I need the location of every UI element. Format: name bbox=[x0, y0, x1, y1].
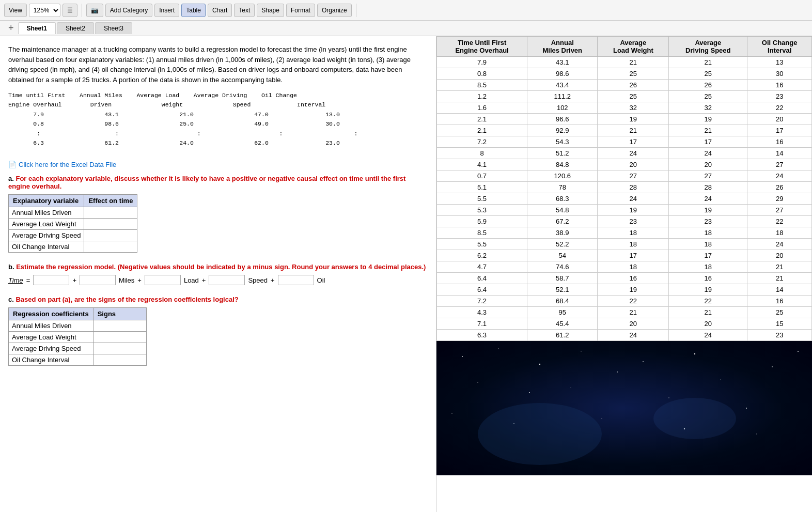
spreadsheet-cell[interactable]: 16 bbox=[598, 273, 669, 284]
spreadsheet-cell[interactable]: 19 bbox=[598, 205, 669, 216]
format-button[interactable]: Format bbox=[286, 4, 315, 17]
spreadsheet-cell[interactable]: 19 bbox=[598, 114, 669, 125]
intercept-input[interactable] bbox=[33, 275, 69, 285]
sheet-tab-1[interactable]: Sheet1 bbox=[18, 22, 56, 34]
spreadsheet-cell[interactable]: 4.3 bbox=[437, 307, 527, 318]
spreadsheet-cell[interactable]: 43.1 bbox=[527, 57, 598, 68]
spreadsheet-cell[interactable]: 19 bbox=[669, 114, 747, 125]
spreadsheet-cell[interactable]: 19 bbox=[598, 284, 669, 296]
spreadsheet-cell[interactable]: 16 bbox=[747, 136, 812, 148]
effect-input-cell[interactable] bbox=[84, 219, 137, 230]
organize-button[interactable]: Organize bbox=[317, 4, 352, 17]
spreadsheet-cell[interactable]: 2.1 bbox=[437, 114, 527, 125]
spreadsheet-cell[interactable]: 52.1 bbox=[527, 284, 598, 296]
effect-input[interactable] bbox=[87, 243, 134, 251]
spreadsheet-cell[interactable]: 22 bbox=[747, 102, 812, 114]
spreadsheet-cell[interactable]: 5.1 bbox=[437, 182, 527, 193]
spreadsheet-cell[interactable]: 111.2 bbox=[527, 91, 598, 102]
spreadsheet-cell[interactable]: 54.8 bbox=[527, 205, 598, 216]
spreadsheet-cell[interactable]: 27 bbox=[747, 205, 812, 216]
spreadsheet-cell[interactable]: 26 bbox=[669, 80, 747, 91]
sign-input-cell[interactable] bbox=[93, 343, 146, 354]
spreadsheet-cell[interactable]: 21 bbox=[669, 125, 747, 136]
excel-link[interactable]: 📄 Click here for the Excel Data File bbox=[8, 161, 428, 168]
sign-input[interactable] bbox=[97, 322, 143, 330]
spreadsheet-cell[interactable]: 21 bbox=[598, 57, 669, 68]
spreadsheet-cell[interactable]: 84.8 bbox=[527, 159, 598, 170]
spreadsheet-cell[interactable]: 19 bbox=[669, 205, 747, 216]
spreadsheet-cell[interactable]: 24 bbox=[598, 193, 669, 205]
spreadsheet-cell[interactable]: 13 bbox=[747, 57, 812, 68]
spreadsheet-cell[interactable]: 24 bbox=[669, 193, 747, 205]
spreadsheet-cell[interactable]: 61.2 bbox=[527, 330, 598, 341]
list-view-button[interactable]: ☰ bbox=[63, 4, 77, 17]
shape-button[interactable]: Shape bbox=[257, 4, 284, 17]
spreadsheet-cell[interactable]: 18 bbox=[669, 239, 747, 250]
spreadsheet-cell[interactable]: 15 bbox=[747, 318, 812, 330]
spreadsheet-cell[interactable]: 96.6 bbox=[527, 114, 598, 125]
spreadsheet-cell[interactable]: 22 bbox=[669, 296, 747, 307]
spreadsheet-cell[interactable]: 54 bbox=[527, 250, 598, 261]
spreadsheet-cell[interactable]: 21 bbox=[598, 125, 669, 136]
spreadsheet-cell[interactable]: 8.5 bbox=[437, 227, 527, 239]
spreadsheet-cell[interactable]: 78 bbox=[527, 182, 598, 193]
spreadsheet-cell[interactable]: 23 bbox=[747, 330, 812, 341]
spreadsheet-cell[interactable]: 23 bbox=[598, 216, 669, 227]
spreadsheet-cell[interactable]: 0.8 bbox=[437, 68, 527, 80]
table-button[interactable]: Table bbox=[181, 4, 206, 17]
add-sheet-button[interactable]: + bbox=[4, 23, 18, 34]
add-category-button[interactable]: Add Category bbox=[105, 4, 152, 17]
load-coef-input[interactable] bbox=[145, 275, 181, 285]
spreadsheet-cell[interactable]: 14 bbox=[747, 148, 812, 159]
spreadsheet-cell[interactable]: 5.5 bbox=[437, 193, 527, 205]
spreadsheet-cell[interactable]: 27 bbox=[669, 170, 747, 182]
spreadsheet-cell[interactable]: 18 bbox=[747, 227, 812, 239]
spreadsheet-cell[interactable]: 30 bbox=[747, 68, 812, 80]
spreadsheet-cell[interactable]: 6.2 bbox=[437, 250, 527, 261]
spreadsheet-cell[interactable]: 17 bbox=[669, 136, 747, 148]
spreadsheet-cell[interactable]: 98.6 bbox=[527, 68, 598, 80]
spreadsheet-cell[interactable]: 23 bbox=[669, 216, 747, 227]
spreadsheet-cell[interactable]: 95 bbox=[527, 307, 598, 318]
spreadsheet-cell[interactable]: 1.6 bbox=[437, 102, 527, 114]
spreadsheet-cell[interactable]: 38.9 bbox=[527, 227, 598, 239]
zoom-select[interactable]: 125% 100% 150% bbox=[29, 4, 60, 17]
spreadsheet-cell[interactable]: 18 bbox=[669, 261, 747, 273]
sign-input-cell[interactable] bbox=[93, 354, 146, 366]
spreadsheet-cell[interactable]: 21 bbox=[747, 273, 812, 284]
spreadsheet-cell[interactable]: 21 bbox=[747, 261, 812, 273]
spreadsheet-cell[interactable]: 20 bbox=[747, 250, 812, 261]
spreadsheet-cell[interactable]: 51.2 bbox=[527, 148, 598, 159]
spreadsheet-cell[interactable]: 25 bbox=[669, 91, 747, 102]
spreadsheet-cell[interactable]: 5.9 bbox=[437, 216, 527, 227]
spreadsheet-cell[interactable]: 16 bbox=[747, 296, 812, 307]
spreadsheet-cell[interactable]: 32 bbox=[669, 102, 747, 114]
spreadsheet-cell[interactable]: 120.6 bbox=[527, 170, 598, 182]
spreadsheet-cell[interactable]: 92.9 bbox=[527, 125, 598, 136]
spreadsheet-cell[interactable]: 14 bbox=[747, 284, 812, 296]
spreadsheet-cell[interactable]: 5.3 bbox=[437, 205, 527, 216]
spreadsheet-cell[interactable]: 18 bbox=[669, 227, 747, 239]
spreadsheet-cell[interactable]: 24 bbox=[598, 330, 669, 341]
spreadsheet-cell[interactable]: 21 bbox=[598, 307, 669, 318]
spreadsheet-cell[interactable]: 24 bbox=[598, 148, 669, 159]
spreadsheet-cell[interactable]: 17 bbox=[747, 125, 812, 136]
spreadsheet-cell[interactable]: 20 bbox=[669, 159, 747, 170]
spreadsheet-cell[interactable]: 32 bbox=[598, 102, 669, 114]
spreadsheet-cell[interactable]: 25 bbox=[598, 91, 669, 102]
spreadsheet-cell[interactable]: 17 bbox=[598, 136, 669, 148]
sign-input-cell[interactable] bbox=[93, 320, 146, 332]
spreadsheet-cell[interactable]: 18 bbox=[598, 227, 669, 239]
sheet-tab-3[interactable]: Sheet3 bbox=[95, 22, 132, 34]
effect-input-cell[interactable] bbox=[84, 241, 137, 253]
spreadsheet-cell[interactable]: 26 bbox=[598, 80, 669, 91]
spreadsheet-cell[interactable]: 18 bbox=[598, 239, 669, 250]
spreadsheet-cell[interactable]: 1.2 bbox=[437, 91, 527, 102]
spreadsheet-cell[interactable]: 7.9 bbox=[437, 57, 527, 68]
spreadsheet-cell[interactable]: 54.3 bbox=[527, 136, 598, 148]
insert-image-button[interactable]: 📷 bbox=[86, 4, 103, 17]
spreadsheet-cell[interactable]: 20 bbox=[598, 159, 669, 170]
spreadsheet-cell[interactable]: 18 bbox=[598, 261, 669, 273]
effect-input[interactable] bbox=[87, 232, 134, 239]
spreadsheet-cell[interactable]: 68.3 bbox=[527, 193, 598, 205]
